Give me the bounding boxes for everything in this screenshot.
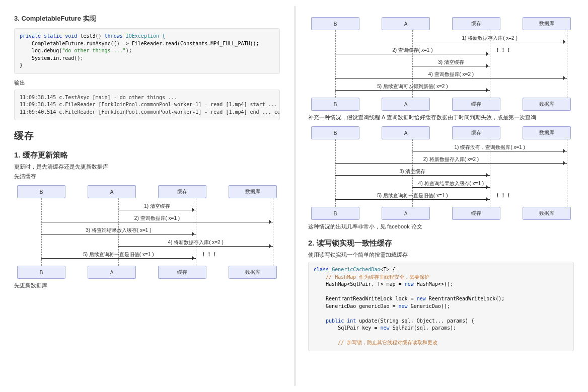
seq-actor: A	[382, 207, 430, 220]
output-block: 11:09:38.145 c.TestAsyc [main] - do othe…	[14, 90, 280, 121]
seq-message: 3) 清空缓存	[412, 59, 489, 66]
seq-actor: B	[311, 207, 359, 220]
text-note1: 补充一种情况，假设查询线程 A 查询数据时恰好缓存数据由于时间到期失效，或是第一…	[308, 114, 574, 121]
seq-actor: B	[17, 266, 65, 279]
text-question: 更新时，是先清缓存还是先更新数据库	[14, 163, 280, 171]
text-rwlock-desc: 使用读写锁实现一个简单的按需加载缓存	[308, 251, 574, 259]
seq-actor: B	[311, 98, 359, 111]
seq-message: 3) 将查询结果放入缓存( x=1 )	[41, 227, 196, 234]
seq-message: 4) 将查询结果放入缓存( x=1 )	[412, 181, 489, 188]
heading-rwlock: 2. 读写锁实现一致性缓存	[308, 239, 574, 248]
text-note2: 这种情况的出现几率非常小，见 facebook 论文	[308, 223, 574, 230]
seq-message: 3) 清空缓存	[335, 169, 490, 176]
seq-message: 2) 查询数据库( x=1 )	[41, 215, 273, 222]
seq-actor: A	[88, 185, 136, 198]
text-clear-first: 先清缓存	[14, 173, 280, 180]
seq-message: 1) 将新数据存入库( x=2 )	[412, 35, 567, 42]
left-column: 3. CompletableFuture 实现 private static v…	[0, 0, 294, 392]
excl-marker: ！！！	[201, 251, 217, 258]
code-block-1: private static void test3() throws IOExc…	[14, 28, 280, 74]
seq-actor: 数据库	[523, 126, 571, 139]
seq-actor: B	[17, 185, 65, 198]
text-update-first: 先更新数据库	[14, 282, 280, 289]
seq-actor: A	[382, 98, 430, 111]
seq-message: 2) 查询缓存( x=1 )	[335, 47, 490, 54]
seq-actor: A	[382, 126, 430, 139]
seq-actor: A	[88, 266, 136, 279]
seq-actor: 缓存	[452, 98, 500, 111]
page: 3. CompletableFuture 实现 private static v…	[0, 0, 588, 392]
seq-actor: A	[382, 17, 430, 30]
seq-message: 4) 将新数据存入库( x=2 )	[118, 240, 273, 247]
seq-actor: 数据库	[229, 266, 277, 279]
seq-actor: 数据库	[523, 207, 571, 220]
seq-message: 1) 清空缓存	[118, 203, 195, 210]
output-label: 输出	[14, 79, 280, 87]
heading-completablefuture: 3. CompletableFuture 实现	[14, 14, 280, 23]
seq-actor: 缓存	[158, 185, 206, 198]
column-divider	[294, 6, 296, 386]
code-block-2: class GenericCachedDao<T> { // HashMap 作…	[308, 262, 574, 351]
seq-message: 4) 查询数据库( x=2 )	[335, 71, 567, 79]
right-column: BA缓存数据库1) 将新数据存入库( x=2 )2) 查询缓存( x=1 )！！…	[294, 0, 588, 392]
heading-cache: 缓存	[14, 129, 280, 142]
seq-actor: 缓存	[452, 17, 500, 30]
seq-message: 2) 将新数据存入库( x=2 )	[335, 156, 567, 164]
excl-marker: ！！！	[495, 192, 511, 199]
sequence-diagram-2: BA缓存数据库1) 将新数据存入库( x=2 )2) 查询缓存( x=1 )！！…	[308, 17, 574, 111]
seq-actor: 缓存	[452, 207, 500, 220]
seq-message: 5) 后续查询将一直是旧值( x=1 )	[41, 252, 196, 259]
heading-strategy: 1. 缓存更新策略	[14, 150, 280, 160]
seq-actor: 缓存	[452, 126, 500, 139]
sequence-diagram-3: BA缓存数据库1) 缓存没有，查询数据库( x=1 )2) 将新数据存入库( x…	[308, 126, 574, 220]
seq-actor: B	[311, 126, 359, 139]
seq-actor: 数据库	[229, 185, 277, 198]
seq-message: 5) 后续查询将一直是旧值( x=1 )	[335, 193, 490, 200]
seq-actor: 数据库	[523, 98, 571, 111]
seq-actor: 缓存	[158, 266, 206, 279]
seq-message: 5) 后续查询可以得到新值( x=2 )	[335, 84, 490, 91]
seq-actor: 数据库	[523, 17, 571, 30]
excl-marker: ！！！	[495, 46, 511, 54]
seq-message: 1) 缓存没有，查询数据库( x=1 )	[412, 144, 567, 151]
seq-actor: B	[311, 17, 359, 30]
sequence-diagram-1: BA缓存数据库1) 清空缓存2) 查询数据库( x=1 )3) 将查询结果放入缓…	[14, 185, 280, 279]
